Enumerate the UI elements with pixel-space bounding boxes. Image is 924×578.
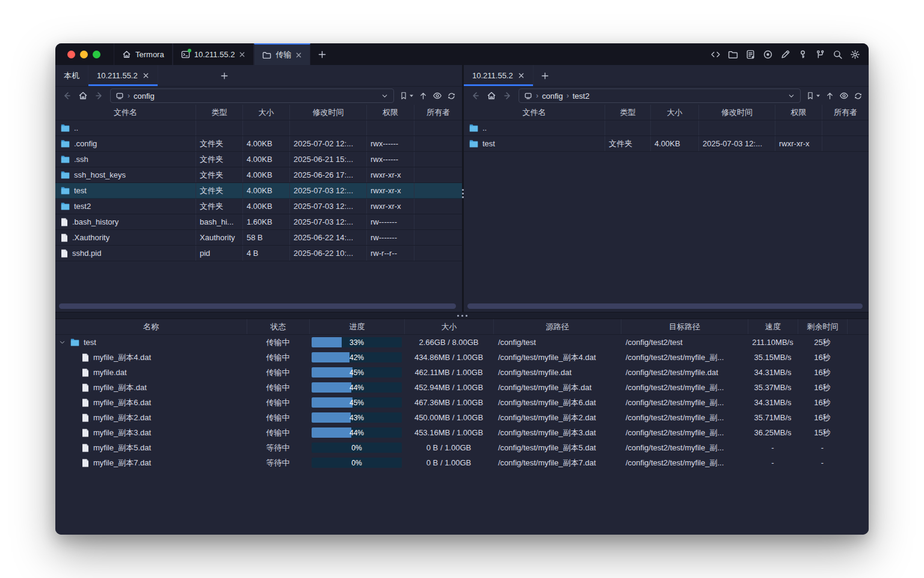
horizontal-scrollbar[interactable]: [59, 303, 456, 309]
file-type: [605, 120, 650, 135]
table-row[interactable]: ..: [55, 120, 462, 136]
table-row[interactable]: ssh_host_keys 文件夹 4.00KB 2025-06-26 17:.…: [55, 167, 462, 183]
table-row[interactable]: ..: [464, 120, 869, 136]
transfer-row[interactable]: myfile_副本6.dat 传输中 45% 467.36MB / 1.00GB…: [55, 395, 869, 410]
column-header-name[interactable]: 文件名: [55, 105, 196, 120]
transfer-row[interactable]: myfile_副本2.dat 传输中 43% 450.00MB / 1.00GB…: [55, 410, 869, 425]
column-header-type[interactable]: 类型: [605, 105, 650, 120]
horizontal-scrollbar[interactable]: [467, 303, 863, 309]
splitter-grip[interactable]: [457, 315, 467, 317]
column-header-mtime[interactable]: 修改时间: [698, 105, 775, 120]
close-window-button[interactable]: [67, 51, 75, 58]
close-tab-icon[interactable]: [295, 52, 302, 58]
upload-icon[interactable]: [825, 92, 834, 101]
new-pane-tab-button[interactable]: [534, 65, 556, 86]
log-icon[interactable]: [744, 48, 757, 61]
transfer-row[interactable]: myfile_副本.dat 传输中 44% 452.94MB / 1.00GB …: [55, 380, 869, 395]
column-header-mtime[interactable]: 修改时间: [289, 105, 366, 120]
titlebar-tab[interactable]: 传输: [254, 43, 310, 65]
table-row[interactable]: test 文件夹 4.00KB 2025-07-03 12:... rwxr-x…: [464, 136, 869, 152]
column-header-perm[interactable]: 权限: [775, 105, 822, 120]
transfer-row[interactable]: myfile_副本4.dat 传输中 42% 434.86MB / 1.00GB…: [55, 350, 869, 365]
table-row[interactable]: test 文件夹 4.00KB 2025-07-03 12:... rwxr-x…: [55, 183, 462, 199]
forward-icon[interactable]: [502, 90, 513, 101]
column-header-owner[interactable]: 所有者: [414, 105, 462, 120]
new-tab-button[interactable]: [310, 43, 334, 65]
titlebar-tab-label: 传输: [276, 49, 291, 60]
column-header-size[interactable]: 大小: [242, 105, 289, 120]
column-header-target[interactable]: 目标路径: [621, 319, 748, 334]
column-header-eta[interactable]: 剩余时间: [798, 319, 847, 334]
settings-icon[interactable]: [848, 48, 861, 61]
table-row[interactable]: sshd.pid pid 4 B 2025-06-22 10:... rw-r-…: [55, 246, 462, 261]
breadcrumb-segment[interactable]: config: [542, 92, 563, 101]
column-header-size[interactable]: 大小: [650, 105, 698, 120]
chevron-right-icon: ›: [567, 92, 569, 100]
breadcrumb-segment[interactable]: test2: [573, 92, 590, 101]
column-header-status[interactable]: 状态: [247, 319, 309, 334]
close-tab-icon[interactable]: [518, 72, 525, 79]
column-header-source[interactable]: 源路径: [493, 319, 621, 334]
bookmark-button[interactable]: [399, 92, 414, 100]
home-icon[interactable]: [78, 90, 88, 101]
titlebar-tab[interactable]: 10.211.55.2: [173, 43, 254, 65]
titlebar-tab[interactable]: Termora: [114, 43, 173, 65]
horizontal-splitter[interactable]: [55, 312, 869, 319]
close-tab-icon[interactable]: [239, 51, 245, 58]
back-icon[interactable]: [470, 90, 481, 101]
minimize-window-button[interactable]: [80, 51, 88, 58]
upload-icon[interactable]: [419, 92, 428, 101]
edit-icon[interactable]: [778, 48, 792, 61]
chevron-down-icon[interactable]: [381, 92, 389, 100]
table-row[interactable]: .ssh 文件夹 4.00KB 2025-06-21 15:... rwx---…: [55, 152, 462, 167]
pane-tab[interactable]: 本机: [55, 65, 88, 86]
column-header-name[interactable]: 名称: [55, 319, 247, 334]
port-forward-icon[interactable]: [813, 48, 827, 61]
refresh-icon[interactable]: [854, 92, 863, 101]
folder-icon: [61, 140, 70, 148]
pane-tab[interactable]: 10.211.55.2: [464, 65, 534, 86]
chevron-down-icon[interactable]: [59, 339, 66, 346]
show-hidden-icon[interactable]: [433, 91, 442, 101]
transfer-source-path: /config/test/myfile_副本.dat: [493, 382, 621, 393]
maximize-window-button[interactable]: [93, 51, 100, 58]
file-size: 4.00KB: [242, 152, 289, 167]
column-header-size[interactable]: 大小: [404, 319, 493, 334]
right-breadcrumb[interactable]: › config › test2: [519, 89, 801, 103]
column-header-name[interactable]: 文件名: [464, 105, 605, 120]
back-icon[interactable]: [61, 90, 72, 101]
table-row[interactable]: .bash_history bash_hi... 1.60KB 2025-07-…: [55, 214, 462, 230]
column-header-type[interactable]: 类型: [196, 105, 242, 120]
record-icon[interactable]: [761, 48, 774, 61]
table-row[interactable]: .config 文件夹 4.00KB 2025-07-02 12:... rwx…: [55, 136, 462, 152]
close-tab-icon[interactable]: [143, 72, 149, 79]
forward-icon[interactable]: [94, 90, 105, 101]
transfer-row[interactable]: test 传输中 33% 2.66GB / 8.00GB /config/tes…: [55, 335, 869, 350]
search-icon[interactable]: [831, 48, 844, 61]
breadcrumb-segment[interactable]: config: [134, 92, 155, 101]
home-icon[interactable]: [486, 90, 497, 101]
code-icon[interactable]: [709, 48, 722, 61]
refresh-icon[interactable]: [447, 92, 456, 101]
column-header-perm[interactable]: 权限: [366, 105, 414, 120]
new-pane-tab-button[interactable]: [213, 65, 236, 86]
transfer-row[interactable]: myfile_副本5.dat 等待中 0% 0 B / 1.00GB /conf…: [55, 440, 869, 455]
left-breadcrumb[interactable]: › config: [110, 89, 394, 103]
transfer-row[interactable]: myfile_副本7.dat 等待中 0% 0 B / 1.00GB /conf…: [55, 455, 869, 470]
column-header-speed[interactable]: 速度: [748, 319, 798, 334]
transfer-row[interactable]: myfile_副本3.dat 传输中 44% 453.16MB / 1.00GB…: [55, 425, 869, 440]
pane-tab[interactable]: 10.211.55.2: [88, 65, 158, 86]
bookmark-button[interactable]: [806, 92, 821, 100]
table-row[interactable]: .Xauthority Xauthority 58 B 2025-06-22 1…: [55, 230, 462, 246]
transfer-source-path: /config/test/myfile_副本4.dat: [493, 352, 621, 363]
transfer-item-name: myfile_副本6.dat: [93, 397, 151, 408]
folder-icon[interactable]: [726, 48, 739, 61]
column-header-progress[interactable]: 进度: [309, 319, 404, 334]
column-header-owner[interactable]: 所有者: [822, 105, 869, 120]
key-icon[interactable]: [796, 48, 809, 61]
show-hidden-icon[interactable]: [839, 91, 849, 101]
transfer-row[interactable]: myfile.dat 传输中 45% 462.11MB / 1.00GB /co…: [55, 365, 869, 380]
chevron-down-icon[interactable]: [787, 92, 795, 100]
table-row[interactable]: test2 文件夹 4.00KB 2025-07-03 12:... rwxr-…: [55, 199, 462, 214]
transfer-target-path: /config/test2/test/myfile_副...: [621, 397, 748, 408]
